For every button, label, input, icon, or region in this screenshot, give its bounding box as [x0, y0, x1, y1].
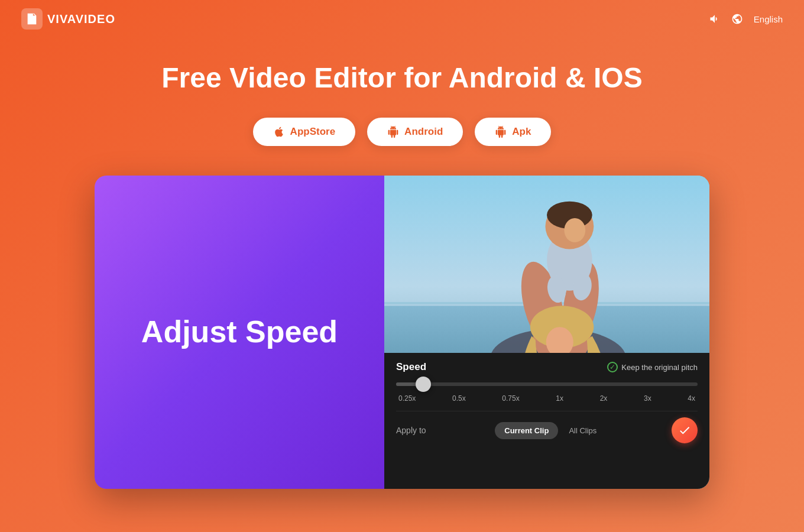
language-label[interactable]: English	[754, 14, 783, 24]
header-right: English	[709, 13, 783, 25]
speed-mark-4: 4x	[688, 394, 695, 403]
pitch-check-icon: ✓	[607, 362, 618, 372]
button-group: AppStore Android Apk	[12, 118, 792, 146]
hero-section: Free Video Editor for Android & IOS AppS…	[0, 38, 804, 176]
apk-label: Apk	[512, 126, 531, 138]
speed-markers: 0.25x 0.5x 0.75x 1x 2x 3x 4x	[396, 394, 698, 403]
pitch-label: Keep the original pitch	[621, 363, 698, 372]
slider-thumb[interactable]	[416, 377, 431, 392]
logo: VIVAVIDEO	[21, 8, 115, 30]
speed-mark-3: 3x	[644, 394, 651, 403]
android-label: Android	[404, 126, 443, 138]
globe-icon[interactable]	[731, 13, 743, 25]
feature-title: Adjust Speed	[118, 291, 361, 372]
apk-button[interactable]: Apk	[475, 118, 551, 146]
feature-left-panel: Adjust Speed	[95, 176, 384, 489]
speed-slider-container	[396, 382, 698, 386]
hero-title: Free Video Editor for Android & IOS	[12, 61, 792, 94]
apply-label: Apply to	[396, 426, 426, 435]
preview-image	[384, 176, 709, 353]
speed-mark-2: 2x	[600, 394, 608, 403]
android-icon-2	[495, 126, 507, 138]
feature-right-panel: Speed ✓ Keep the original pitch 0.25x	[384, 176, 709, 489]
logo-icon	[21, 8, 43, 30]
speed-label: Speed	[396, 361, 426, 373]
slider-track[interactable]	[396, 382, 698, 386]
video-preview	[384, 176, 709, 353]
appstore-button[interactable]: AppStore	[253, 118, 356, 146]
svg-point-12	[564, 218, 585, 242]
checkmark-icon	[678, 424, 691, 437]
apply-row: Apply to Current Clip All Clips	[396, 411, 698, 443]
pitch-toggle[interactable]: ✓ Keep the original pitch	[607, 362, 698, 372]
current-clip-label: Current Clip	[504, 426, 549, 435]
speed-mark-025: 0.25x	[398, 394, 416, 403]
feature-section: Adjust Speed	[0, 176, 804, 489]
android-button[interactable]: Android	[367, 118, 463, 146]
all-clips-button[interactable]: All Clips	[563, 422, 602, 439]
speed-mark-1: 1x	[556, 394, 563, 403]
speed-header: Speed ✓ Keep the original pitch	[396, 361, 698, 373]
all-clips-label: All Clips	[569, 426, 596, 435]
speed-mark-075: 0.75x	[502, 394, 519, 403]
feature-card: Adjust Speed	[95, 176, 709, 489]
appstore-label: AppStore	[290, 126, 336, 138]
confirm-button[interactable]	[672, 417, 698, 443]
speed-control-panel: Speed ✓ Keep the original pitch 0.25x	[384, 353, 709, 489]
clip-options: Current Clip All Clips	[495, 422, 602, 439]
speaker-icon[interactable]	[709, 13, 721, 25]
header: VIVAVIDEO English	[0, 0, 804, 38]
vivavideo-icon	[25, 12, 38, 25]
android-icon-1	[387, 126, 399, 138]
apple-icon	[273, 126, 285, 138]
current-clip-button[interactable]: Current Clip	[495, 422, 558, 439]
speed-mark-05: 0.5x	[452, 394, 466, 403]
logo-text: VIVAVIDEO	[47, 12, 115, 26]
